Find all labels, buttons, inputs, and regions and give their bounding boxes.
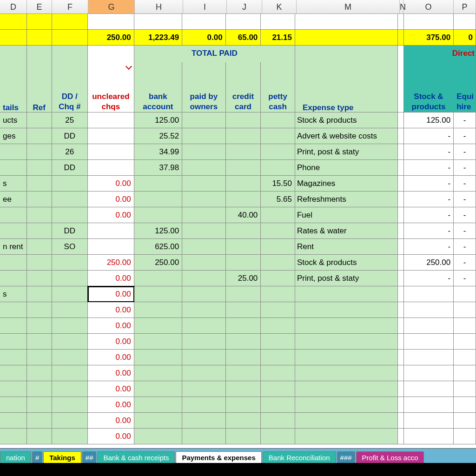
cell[interactable] xyxy=(226,413,261,429)
cell[interactable] xyxy=(27,429,52,444)
cell[interactable] xyxy=(226,381,261,397)
cell[interactable] xyxy=(88,112,134,128)
cell[interactable] xyxy=(404,397,454,413)
sheet-tab[interactable]: Bank Reconciliation xyxy=(263,451,336,463)
col-header-I[interactable]: I xyxy=(183,0,227,13)
cell[interactable] xyxy=(52,286,88,302)
cell[interactable] xyxy=(52,429,88,444)
cell[interactable] xyxy=(88,46,134,62)
cell[interactable] xyxy=(398,334,404,350)
cell[interactable] xyxy=(0,144,27,160)
cell[interactable] xyxy=(261,112,295,128)
col-header-O[interactable]: O xyxy=(403,0,454,13)
cell[interactable]: 0.00 xyxy=(88,397,134,413)
cell[interactable]: Stock & products xyxy=(295,255,398,271)
cell[interactable] xyxy=(52,397,88,413)
total-uncleared[interactable]: 250.00 xyxy=(88,30,134,46)
cell[interactable] xyxy=(404,62,454,76)
cell[interactable] xyxy=(295,334,398,350)
cell[interactable] xyxy=(52,46,88,62)
cell[interactable] xyxy=(398,318,404,334)
total-equi[interactable]: 0 xyxy=(454,30,476,46)
cell[interactable]: 5.65 xyxy=(261,192,295,207)
cell[interactable] xyxy=(52,413,88,429)
cell[interactable] xyxy=(0,381,27,397)
cell[interactable]: 0.00 xyxy=(88,381,134,397)
cell[interactable] xyxy=(0,365,27,381)
cell[interactable]: - xyxy=(454,255,476,271)
cell[interactable] xyxy=(261,413,295,429)
cell[interactable] xyxy=(404,429,454,444)
cell[interactable]: - xyxy=(454,144,476,160)
cell[interactable] xyxy=(182,397,226,413)
cell[interactable] xyxy=(27,223,52,239)
cell[interactable] xyxy=(27,302,52,318)
cell[interactable] xyxy=(261,318,295,334)
cell[interactable] xyxy=(398,223,404,239)
cell[interactable] xyxy=(404,381,454,397)
cell[interactable] xyxy=(398,286,404,302)
cell[interactable] xyxy=(182,271,226,286)
cell[interactable] xyxy=(0,429,27,444)
cell[interactable] xyxy=(226,286,261,302)
cell[interactable] xyxy=(52,255,88,271)
cell[interactable]: - xyxy=(454,207,476,223)
cell[interactable] xyxy=(88,239,134,255)
cell[interactable]: Print, post & staty xyxy=(295,271,398,286)
cell[interactable] xyxy=(0,271,27,286)
cell[interactable] xyxy=(0,30,27,46)
cell[interactable] xyxy=(398,397,404,413)
column-headers[interactable]: DEFGHIJKMNOP xyxy=(0,0,476,14)
cell[interactable] xyxy=(0,413,27,429)
cell[interactable] xyxy=(454,302,476,318)
cell[interactable] xyxy=(226,160,261,176)
sheet-tab[interactable]: Profit & Loss acco xyxy=(356,451,424,463)
cell[interactable] xyxy=(226,192,261,207)
cell[interactable] xyxy=(88,62,134,76)
cell[interactable] xyxy=(52,302,88,318)
cell[interactable] xyxy=(52,381,88,397)
cell[interactable]: n rent xyxy=(0,239,27,255)
cell[interactable] xyxy=(134,350,182,365)
cell[interactable] xyxy=(398,350,404,365)
cell[interactable] xyxy=(261,397,295,413)
cell[interactable] xyxy=(52,14,88,30)
cell[interactable] xyxy=(182,334,226,350)
cell[interactable]: - xyxy=(404,207,454,223)
cell[interactable] xyxy=(134,334,182,350)
cell[interactable] xyxy=(404,302,454,318)
cell[interactable]: 125.00 xyxy=(134,112,182,128)
cell[interactable] xyxy=(454,334,476,350)
cell[interactable] xyxy=(27,365,52,381)
cell[interactable]: - xyxy=(404,128,454,144)
cell[interactable] xyxy=(454,365,476,381)
cell[interactable] xyxy=(27,397,52,413)
cell[interactable]: 125.00 xyxy=(404,112,454,128)
cell[interactable]: 0.00 xyxy=(88,429,134,444)
cell[interactable] xyxy=(134,365,182,381)
cell[interactable] xyxy=(27,144,52,160)
cell[interactable] xyxy=(27,413,52,429)
cell[interactable]: - xyxy=(454,176,476,192)
cell[interactable] xyxy=(261,334,295,350)
cell[interactable] xyxy=(27,46,52,62)
cell[interactable] xyxy=(295,350,398,365)
cell[interactable] xyxy=(226,397,261,413)
cell[interactable] xyxy=(52,176,88,192)
cell[interactable] xyxy=(182,286,226,302)
cell[interactable] xyxy=(404,365,454,381)
cell[interactable]: 250.00 xyxy=(134,255,182,271)
cell[interactable] xyxy=(295,14,398,30)
cell[interactable] xyxy=(295,397,398,413)
cell[interactable]: 26 xyxy=(52,144,88,160)
cell[interactable] xyxy=(226,334,261,350)
cell[interactable] xyxy=(27,207,52,223)
cell[interactable] xyxy=(226,302,261,318)
cell[interactable] xyxy=(52,318,88,334)
col-header-G[interactable]: G xyxy=(88,0,135,13)
cell[interactable]: Print, post & staty xyxy=(295,144,398,160)
cell[interactable]: 0.00 xyxy=(88,192,134,207)
cell[interactable] xyxy=(454,397,476,413)
cell[interactable] xyxy=(398,255,404,271)
cell[interactable] xyxy=(182,365,226,381)
